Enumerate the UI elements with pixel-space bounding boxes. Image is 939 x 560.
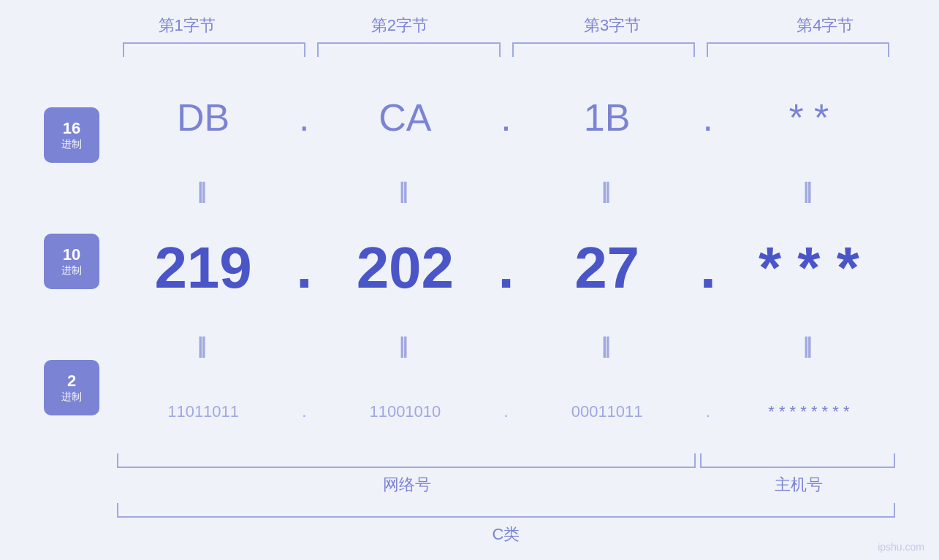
hex-label: 16 进制 [44,107,99,163]
hex-b1-value: DB [177,96,229,139]
dec-b1-value: 219 [154,235,251,300]
equals-row-1: ‖ ‖ ‖ ‖ [117,173,895,210]
hex-b1-cell: DB [117,96,289,139]
bin-b1-value: 11011011 [167,402,239,421]
content-area: 16 进制 10 进制 2 进制 DB . [44,72,895,450]
dec-b1-cell: 219 [117,234,289,302]
class-label: C类 [117,523,895,545]
dec-dot3: . [693,234,723,302]
labels-column: 16 进制 10 进制 2 进制 [44,72,117,450]
bin-b2-cell: 11001010 [319,402,491,421]
hex-b3-value: 1B [584,96,631,139]
class-bracket [117,503,895,518]
dec-dot2: . [492,234,521,302]
bin-b3-value: 00011011 [571,402,643,421]
dec-row: 219 . 202 . 27 . * * * [117,228,895,308]
bin-label: 2 进制 [44,360,99,415]
header-row: 第1字节 第2字节 第3字节 第4字节 [80,15,932,42]
bracket-top-4 [707,42,889,57]
byte4-header: 第4字节 [719,15,932,42]
hex-dot2: . [492,96,521,139]
eq1-b3: ‖ [521,179,693,203]
bin-b4-cell: * * * * * * * * [723,402,895,421]
dec-dot1: . [289,234,319,302]
eq2-b2: ‖ [319,334,491,358]
bin-dot3: . [693,402,723,421]
bin-dot1: . [289,402,319,421]
hex-b2-value: CA [379,96,431,139]
hex-dot1: . [289,96,319,139]
dec-b2-cell: 202 [319,234,491,302]
byte2-header: 第2字节 [293,15,506,42]
network-bracket [117,453,696,468]
hex-b3-cell: 1B [521,96,693,139]
dec-b4-value: * * * [759,235,859,300]
hex-b2-cell: CA [319,96,491,139]
host-label: 主机号 [702,474,895,496]
dec-b3-value: 27 [574,235,639,300]
dec-b2-value: 202 [357,235,454,300]
top-brackets [117,42,895,57]
watermark: ipshu.com [878,541,924,553]
byte1-header: 第1字节 [80,15,293,42]
equals-row-2: ‖ ‖ ‖ ‖ [117,327,895,364]
hex-row: DB . CA . 1B . * * [117,81,895,154]
bin-row: 11011011 . 11001010 . 00011011 . [117,383,895,441]
network-host-labels: 网络号 主机号 [117,474,895,496]
bin-b4-value: * * * * * * * * [768,402,849,421]
byte3-header: 第3字节 [506,15,719,42]
hex-b4-cell: * * [723,96,895,139]
bin-b3-cell: 00011011 [521,402,693,421]
eq2-b3: ‖ [521,334,693,358]
bottom-bracket-row [117,453,895,468]
eq1-b2: ‖ [319,179,491,203]
main-container: 第1字节 第2字节 第3字节 第4字节 16 进制 10 进制 2 进制 [0,0,939,560]
dec-b4-cell: * * * [723,234,895,302]
data-rows: DB . CA . 1B . * * [117,72,895,450]
eq2-b4: ‖ [723,334,895,358]
dec-label: 10 进制 [44,234,99,289]
bin-b2-value: 11001010 [369,402,441,421]
network-label: 网络号 [117,474,697,496]
eq1-b1: ‖ [117,179,289,203]
bracket-top-1 [123,42,305,57]
host-bracket [700,453,895,468]
bin-b1-cell: 11011011 [117,402,289,421]
eq2-b1: ‖ [117,334,289,358]
eq1-b4: ‖ [723,179,895,203]
class-bracket-area: C类 [117,503,895,545]
hex-dot3: . [693,96,723,139]
bin-dot2: . [492,402,521,421]
bracket-top-2 [317,42,500,57]
bottom-brackets-area: 网络号 主机号 C类 [117,453,895,545]
dec-b3-cell: 27 [521,234,693,302]
hex-b4-value: * * [788,96,829,139]
bracket-top-3 [512,42,695,57]
